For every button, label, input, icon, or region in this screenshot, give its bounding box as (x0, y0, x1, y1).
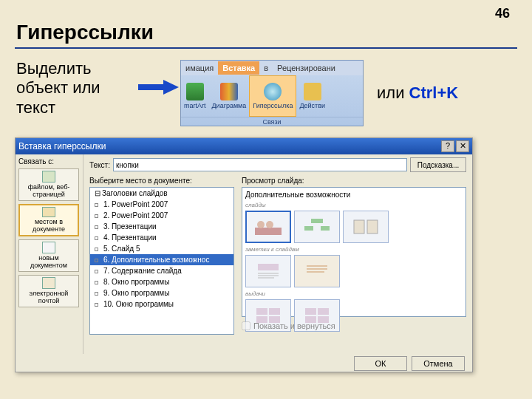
tree-item[interactable]: 1. PowerPoint 2007 (90, 199, 233, 210)
preview-thumb (294, 211, 340, 243)
preview-label: Просмотр слайда: (242, 177, 466, 185)
file-web-icon (42, 171, 55, 183)
help-button[interactable]: ? (441, 140, 454, 152)
tree-item[interactable]: 4. Презентации (90, 232, 233, 243)
svg-rect-6 (304, 226, 313, 231)
new-doc-icon (42, 242, 55, 253)
place-icon (42, 207, 55, 217)
preview-thumb (245, 211, 291, 243)
preview-thumb (245, 255, 291, 287)
preview-thumb (343, 211, 389, 243)
tree-item[interactable]: 8. Окно программы (90, 276, 233, 287)
link-to-new[interactable]: новым документом (18, 239, 79, 272)
svg-point-4 (266, 221, 273, 228)
preview-sub: заметки к слайдам (245, 246, 463, 253)
ribbon-tab[interactable]: Рецензировани (273, 61, 340, 75)
svg-point-3 (257, 221, 265, 228)
link-to-file[interactable]: файлом, веб-страницей (18, 168, 79, 201)
preview-thumb (294, 255, 340, 287)
link-to-email[interactable]: электронной почтой (18, 275, 79, 307)
preview-sub: выдачи (245, 290, 463, 297)
ribbon-btn-chart[interactable]: Диаграмма (209, 75, 250, 117)
svg-rect-8 (354, 220, 364, 233)
ribbon-btn-smartart[interactable]: martArt (181, 75, 209, 117)
ribbon-btn-action[interactable]: Действи (296, 75, 328, 117)
link-to-label: Связать с: (18, 157, 80, 166)
arrow-right-icon (137, 78, 180, 96)
tree-item[interactable]: 10. Окно программы (90, 299, 233, 310)
ribbon: имация Вставка в Рецензировани martArt Д… (180, 60, 364, 126)
email-icon (42, 277, 55, 289)
tree-item[interactable]: 7. Содержание слайда (90, 265, 233, 276)
tree-item[interactable]: 5. Слайд 5 (90, 243, 233, 254)
preview-slide-title: Дополнительные возможности (245, 191, 463, 199)
dialog-titlebar: Вставка гиперссылки ? ✕ (16, 138, 472, 154)
svg-marker-1 (163, 80, 179, 95)
tree-item[interactable]: 6. Дополнительные возможнос (90, 254, 233, 265)
text-label: Текст: (89, 161, 110, 169)
show-return-label: Показать и вернуться (253, 321, 335, 330)
instruction-text: Выделить объект или текст (16, 59, 100, 117)
link-to-sidebar: Связать с: файлом, веб-страницей местом … (16, 154, 83, 354)
ribbon-group-label: Связи (181, 117, 363, 126)
tree-label: Выберите место в документе: (89, 177, 234, 185)
globe-link-icon (264, 83, 282, 100)
ribbon-tab[interactable]: в (259, 61, 273, 75)
insert-hyperlink-dialog: Вставка гиперссылки ? ✕ Связать с: файло… (15, 137, 473, 372)
action-icon (304, 83, 321, 100)
chart-icon (220, 83, 238, 100)
tree-item[interactable]: 2. PowerPoint 2007 (90, 210, 233, 221)
ribbon-tab[interactable]: имация (181, 61, 218, 75)
svg-rect-18 (269, 308, 280, 315)
display-text-input[interactable] (113, 158, 407, 171)
cancel-button[interactable]: Отмена (412, 356, 465, 371)
show-return-checkbox (242, 321, 250, 330)
smartart-icon (186, 83, 204, 100)
svg-rect-22 (318, 308, 329, 315)
tree-item[interactable]: 9. Окно программы (90, 287, 233, 299)
ribbon-tab-active[interactable]: Вставка (218, 61, 259, 75)
title-rule (15, 47, 517, 49)
slide-title: Гиперссылки (16, 21, 154, 44)
slide-tree[interactable]: Заголовки слайдов 1. PowerPoint 20072. P… (89, 187, 234, 335)
ok-button[interactable]: ОК (354, 356, 407, 371)
slide-preview: Дополнительные возможности слайды заметк… (242, 187, 466, 317)
shortcut-text: или Ctrl+K (377, 83, 458, 103)
svg-rect-7 (321, 226, 330, 231)
svg-rect-5 (311, 219, 323, 223)
svg-rect-17 (256, 308, 267, 315)
svg-rect-2 (255, 228, 282, 235)
page-number: 46 (495, 6, 510, 21)
svg-rect-21 (305, 308, 316, 315)
link-to-place[interactable]: местом в документе (18, 204, 79, 236)
svg-rect-10 (258, 264, 279, 270)
tree-item[interactable]: 3. Презентации (90, 221, 233, 232)
ribbon-tabs: имация Вставка в Рецензировани (181, 61, 363, 75)
svg-rect-9 (367, 220, 378, 233)
hint-button[interactable]: Подсказка... (410, 157, 466, 172)
ribbon-btn-hyperlink[interactable]: Гиперссылка (249, 75, 296, 117)
tree-root[interactable]: Заголовки слайдов (90, 188, 233, 199)
preview-sub: слайды (245, 202, 463, 208)
dialog-title: Вставка гиперссылки (18, 141, 106, 151)
close-button[interactable]: ✕ (456, 140, 469, 152)
